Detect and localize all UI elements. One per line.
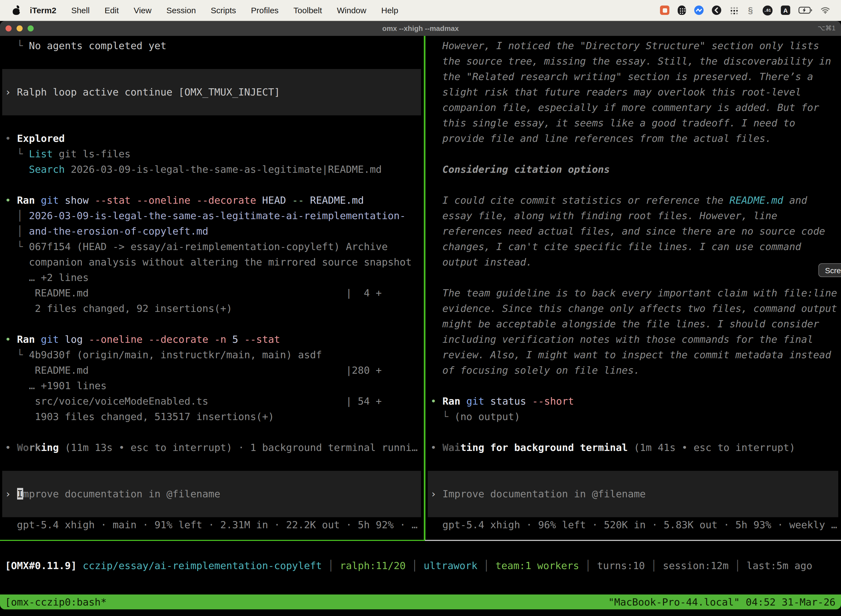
chat-bubble-icon[interactable] bbox=[660, 6, 670, 15]
badge-61-icon[interactable]: ..61 bbox=[763, 5, 772, 15]
terminal-line: └ No agents completed yet bbox=[0, 38, 424, 54]
terminal-line: src/voice/voiceModeEnabled.ts | 54 + bbox=[0, 393, 424, 409]
terminal-line: However, I noticed the "Directory Struct… bbox=[425, 38, 841, 54]
terminal-line: I could cite commit statistics or refere… bbox=[425, 193, 841, 208]
terminal-line: └ 4b9d30f (origin/main, instructkr/main,… bbox=[0, 347, 424, 363]
menu-item-session[interactable]: Session bbox=[166, 6, 196, 15]
terminal-line: references need actual files, and since … bbox=[425, 224, 841, 239]
menu-item-toolbelt[interactable]: Toolbelt bbox=[294, 6, 322, 15]
terminal-line: the source tree, missing the essay. Stil… bbox=[425, 54, 841, 69]
terminal-line: output instead. bbox=[425, 254, 841, 270]
tmux-status-bar: [omx-cczip0:bash* "MacBook-Pro-44.local"… bbox=[0, 594, 841, 609]
terminal-line: README.md | 4 + bbox=[0, 285, 424, 301]
terminal-line: │ 2026-03-09-is-legal-the-same-as-legiti… bbox=[0, 208, 424, 224]
window-title: omx --xhigh --madmax bbox=[0, 21, 841, 36]
terminal-line: might be acceptable alongside the file l… bbox=[425, 316, 841, 332]
terminal-line: └ List git ls-files bbox=[0, 146, 424, 162]
terminal-line: Considering citation options bbox=[425, 162, 841, 177]
iterm-window: omx --xhigh --madmax ⌥⌘1 └ No agents com… bbox=[0, 21, 841, 616]
terminal-line: • Working (11m 13s • esc to interrupt) ·… bbox=[0, 440, 424, 455]
apple-menu-icon[interactable] bbox=[12, 6, 21, 15]
menu-item-scripts[interactable]: Scripts bbox=[211, 6, 236, 15]
menu-item-window[interactable]: Window bbox=[337, 6, 366, 15]
tmux-pane-left[interactable]: └ No agents completed yet› Ralph loop ac… bbox=[0, 36, 424, 540]
screen: iTerm2ShellEditViewSessionScriptsProfile… bbox=[0, 0, 841, 616]
terminal-line: └ 067f154 (HEAD -> essay/ai-reimplementa… bbox=[0, 239, 424, 254]
menu-items: iTerm2ShellEditViewSessionScriptsProfile… bbox=[30, 6, 398, 15]
terminal-line: provide file and line references from th… bbox=[425, 131, 841, 146]
omx-status-line: [OMX#0.11.9] cczip/essay/ai-reimplementa… bbox=[0, 558, 841, 573]
battery-icon[interactable] bbox=[799, 7, 812, 14]
terminal-line: gpt-5.4 xhigh · main · 91% left · 2.31M … bbox=[0, 517, 424, 532]
terminal-line: › Improve documentation in @filename bbox=[425, 486, 841, 502]
terminal-line: … +2 lines bbox=[0, 270, 424, 285]
window-shortcut-badge: ⌥⌘1 bbox=[818, 21, 835, 36]
terminal-line: 1903 files changed, 513517 insertions(+) bbox=[0, 409, 424, 424]
terminal-line: • Explored bbox=[0, 131, 424, 146]
terminal-area: └ No agents completed yet› Ralph loop ac… bbox=[0, 36, 841, 616]
terminal-line: this single essay, it seems like a good … bbox=[425, 115, 841, 131]
tmux-host-clock: "MacBook-Pro-44.local" 04:52 31-Mar-26 bbox=[608, 596, 835, 608]
terminal-line: review. Also, I might want to inspect th… bbox=[425, 347, 841, 363]
terminal-line: slight risk that future readers may over… bbox=[425, 84, 841, 100]
menu-bar: iTerm2ShellEditViewSessionScriptsProfile… bbox=[0, 0, 841, 21]
terminal-line: README.md |280 + bbox=[0, 363, 424, 378]
terminal-line: of focusing solely on file lines. bbox=[425, 363, 841, 378]
tmux-session-label: [omx-cczip0:bash* bbox=[5, 596, 107, 608]
terminal-line: evidence. Since this change only affects… bbox=[425, 301, 841, 316]
menu-item-shell[interactable]: Shell bbox=[71, 6, 90, 15]
terminal-line: The team guideline is to back every impo… bbox=[425, 285, 841, 301]
menu-item-view[interactable]: View bbox=[134, 6, 152, 15]
terminal-line: 2 files changed, 92 insertions(+) bbox=[0, 301, 424, 316]
title-bar[interactable]: omx --xhigh --madmax ⌥⌘1 bbox=[0, 21, 841, 36]
terminal-line: including verification notes with those … bbox=[425, 332, 841, 347]
blue-zigzag-icon[interactable] bbox=[694, 6, 703, 15]
pane-border-right-inactive bbox=[425, 540, 841, 541]
menu-item-edit[interactable]: Edit bbox=[105, 6, 119, 15]
terminal-line: • Waiting for background terminal (1m 41… bbox=[425, 440, 841, 455]
menu-item-iterm2[interactable]: iTerm2 bbox=[30, 6, 56, 15]
terminal-line: essay file, along with finding root file… bbox=[425, 208, 841, 224]
input-source-icon[interactable]: A bbox=[781, 6, 790, 15]
terminal-line: Search 2026-03-09-is-legal-the-same-as-l… bbox=[0, 162, 424, 177]
menu-item-help[interactable]: Help bbox=[381, 6, 399, 15]
terminal-line: changes, I can't cite specific file line… bbox=[425, 239, 841, 254]
dots-grid-icon[interactable] bbox=[730, 6, 738, 15]
terminal-line: › Ralph loop active continue [OMX_TMUX_I… bbox=[0, 84, 424, 100]
terminal-line: the "Related research writing" section i… bbox=[425, 69, 841, 84]
terminal-line: companion analysis without altering the … bbox=[0, 254, 424, 270]
menu-item-profiles[interactable]: Profiles bbox=[251, 6, 279, 15]
terminal-line: • Ran git log --oneline --decorate -n 5 … bbox=[0, 332, 424, 347]
terminal-line: › Improve documentation in @filename bbox=[0, 486, 424, 502]
terminal-line: … +1901 lines bbox=[0, 378, 424, 393]
terminal-line: │ and-the-erosion-of-copyleft.md bbox=[0, 224, 424, 239]
terminal-line: • Ran git status --short bbox=[425, 393, 841, 409]
terminal-line: • Ran git show --stat --oneline --decora… bbox=[0, 193, 424, 208]
screen-share-overlay[interactable]: Scre bbox=[818, 263, 841, 277]
terminal-line: companion file, especially if more comme… bbox=[425, 100, 841, 115]
terminal-line: gpt-5.4 xhigh · 96% left · 520K in · 5.8… bbox=[425, 517, 841, 532]
terminal-line: └ (no output) bbox=[425, 409, 841, 424]
pane-border-left-active bbox=[0, 540, 425, 541]
wifi-icon[interactable] bbox=[820, 7, 830, 14]
tmux-pane-right[interactable]: However, I noticed the "Directory Struct… bbox=[425, 36, 841, 540]
squiggle-icon[interactable]: § bbox=[747, 5, 755, 15]
dark-disc-chevron-icon[interactable] bbox=[712, 6, 721, 15]
shield-grid-icon[interactable] bbox=[678, 6, 686, 15]
menu-status-icons: § ..61 A bbox=[660, 5, 833, 15]
